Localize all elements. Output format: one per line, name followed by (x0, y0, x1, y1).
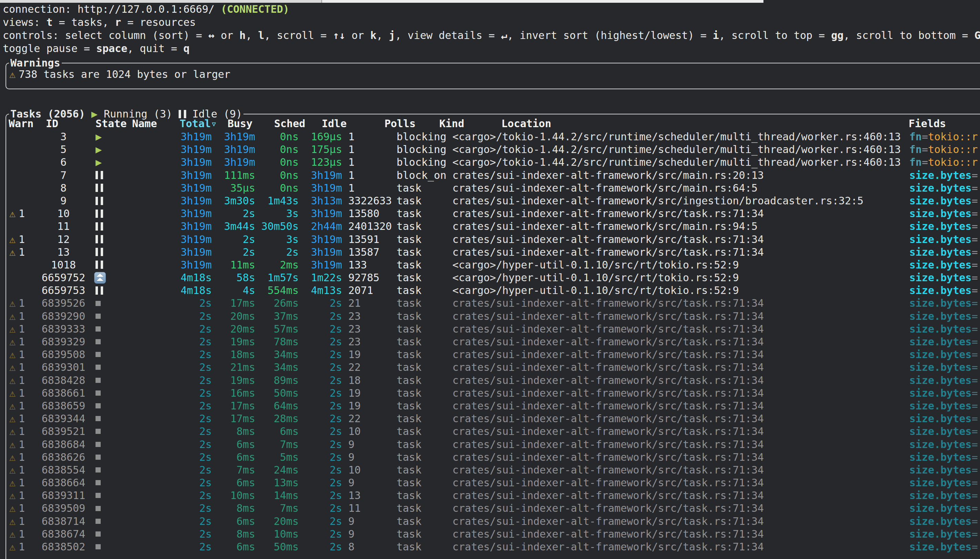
column-header-location[interactable]: Location (502, 117, 551, 130)
task-row[interactable]: ⚠168395212s8ms6ms2s10taskcrates/sui-inde… (6, 425, 980, 438)
task-row[interactable]: ⚠168386742s8ms10ms2s9taskcrates/sui-inde… (6, 528, 980, 541)
column-header-name[interactable]: Name (132, 117, 157, 130)
text-segment: , (245, 29, 258, 41)
task-row[interactable]: ⚠168386262s6ms5ms2s9taskcrates/sui-index… (6, 451, 980, 463)
cell-polls: 1 (342, 130, 397, 143)
task-row[interactable]: 66597524m18s58s1m57s1m22s92785task<cargo… (6, 271, 980, 284)
task-row[interactable]: ⚠168385542s7ms24ms2s10taskcrates/sui-ind… (6, 463, 980, 476)
column-header-idle[interactable]: Idle (322, 117, 346, 130)
text-segment: or (215, 29, 239, 41)
task-row[interactable]: 113h19m3m44s30m50s2h44m2401320taskcrates… (6, 220, 980, 233)
completed-square-icon (96, 455, 101, 460)
task-row[interactable]: ⚠168384282s19ms89ms2s18taskcrates/sui-in… (6, 374, 980, 387)
cell-busy: 6ms (212, 438, 255, 451)
task-row[interactable]: 83h19m35µs0ns3h19m1taskcrates/sui-indexe… (6, 182, 980, 194)
column-header-kind[interactable]: Kind (439, 117, 464, 130)
location-path: crates/sui-indexer-alt-framework/src/tas… (452, 528, 764, 540)
task-row[interactable]: ⚠168386592s17ms64ms2s19taskcrates/sui-in… (6, 399, 980, 412)
cell-total: 2s (132, 541, 212, 553)
task-row[interactable]: 93h19m3m30s1m43s3h13m3322633taskcrates/s… (6, 194, 980, 207)
task-row[interactable]: ⚠168393292s19ms78ms2s23taskcrates/sui-in… (6, 335, 980, 348)
cell-location: crates/sui-indexer-alt-framework/src/tas… (452, 361, 904, 374)
cell-name (111, 182, 132, 194)
cell-warn: ⚠1 (6, 412, 39, 425)
text-segment: t (46, 16, 52, 28)
cell-location: crates/sui-indexer-alt-framework/src/tas… (452, 322, 904, 335)
task-row[interactable]: ⚠168385022s6ms50ms2s8taskcrates/sui-inde… (6, 541, 980, 553)
task-row[interactable]: ⚠1123h19m2s3s3h19m13591taskcrates/sui-in… (6, 233, 980, 246)
field-key: size.bytes (909, 271, 972, 284)
cell-id: 13 (39, 246, 88, 258)
cell-kind: task (397, 310, 452, 322)
task-row[interactable]: ⚠168386642s6ms13ms2s9taskcrates/sui-inde… (6, 476, 980, 489)
task-row[interactable]: 73h19m111ms0ns3h19m1block_oncrates/sui-i… (6, 169, 980, 182)
cell-state (88, 425, 111, 438)
cell-id: 6838554 (39, 463, 88, 476)
column-header-fields[interactable]: Fields (909, 117, 946, 130)
field-equals: = (972, 182, 978, 194)
task-row[interactable]: 3▶3h19m3h19m0ns169µs1blocking<cargo>/tok… (6, 130, 980, 143)
task-row[interactable]: ⚠168393332s20ms57ms2s23taskcrates/sui-in… (6, 322, 980, 335)
field-key: size.bytes (909, 169, 972, 181)
cell-id: 6839521 (39, 425, 88, 438)
column-header-busy[interactable]: Busy (228, 117, 252, 130)
cell-sched: 64ms (255, 399, 299, 412)
task-row[interactable]: ⚠168393112s10ms14ms2s13taskcrates/sui-in… (6, 489, 980, 502)
task-row[interactable]: ⚠168395262s17ms26ms2s21taskcrates/sui-in… (6, 297, 980, 309)
task-row[interactable]: 5▶3h19m3h19m0ns175µs1blocking<cargo>/tok… (6, 143, 980, 156)
field-key: size.bytes (909, 336, 972, 348)
task-row[interactable]: 66597534m18s4s554ms4m13s2071task<cargo>/… (6, 284, 980, 297)
cell-location: crates/sui-indexer-alt-framework/src/tas… (452, 374, 904, 387)
text-segment: , invert sort (highest/lowest) = (507, 29, 713, 41)
task-row[interactable]: ⚠168393442s17ms28ms2s22taskcrates/sui-in… (6, 412, 980, 425)
column-header-state[interactable]: State (96, 117, 127, 130)
cell-state (88, 387, 111, 399)
duration-value: 2s (199, 476, 212, 489)
task-row[interactable]: ⚠168393012s21ms34ms2s22taskcrates/sui-in… (6, 361, 980, 374)
cell-kind: task (397, 182, 452, 194)
field-equals: = (972, 271, 978, 284)
cell-name (111, 502, 132, 514)
column-header-id[interactable]: ID (46, 117, 58, 130)
task-row[interactable]: ⚠168395082s18ms34ms2s19taskcrates/sui-in… (6, 348, 980, 361)
cell-total: 3h19m (132, 182, 212, 194)
warn-count: 1 (18, 399, 25, 412)
column-header-total[interactable]: Total▿ (180, 117, 217, 130)
cell-idle: 2h44m (299, 220, 342, 233)
duration-value: 2s (329, 297, 342, 309)
field-key: size.bytes (909, 438, 972, 450)
duration-value: 3h19m (224, 143, 255, 155)
task-row[interactable]: 6▶3h19m3h19m0ns123µs1blocking<cargo>/tok… (6, 156, 980, 169)
cell-warn: ⚠1 (6, 297, 39, 309)
duration-value: 8ms (237, 502, 255, 514)
cell-id: 12 (39, 233, 88, 246)
cell-idle: 2s (299, 387, 342, 399)
column-header-polls[interactable]: Polls (384, 117, 416, 130)
cell-warn: ⚠1 (6, 322, 39, 335)
location-path: crates/sui-indexer-alt-framework/src/tas… (452, 438, 764, 450)
cell-busy: 6ms (212, 451, 255, 463)
cell-busy: 3h19m (212, 156, 255, 169)
task-row[interactable]: ⚠168392902s20ms37ms2s23taskcrates/sui-in… (6, 310, 980, 322)
task-row[interactable]: ⚠168386612s16ms50ms2s19taskcrates/sui-in… (6, 387, 980, 399)
task-row[interactable]: ⚠168387142s6ms20ms2s9taskcrates/sui-inde… (6, 515, 980, 528)
field-key: size.bytes (909, 323, 972, 335)
column-header-sched[interactable]: Sched (274, 117, 305, 130)
cell-busy: 58s (212, 271, 255, 284)
duration-value: 2s (329, 374, 342, 386)
task-row[interactable]: ⚠168395092s8ms7ms2s11taskcrates/sui-inde… (6, 502, 980, 514)
cell-idle: 2s (299, 335, 342, 348)
cell-location: crates/sui-indexer-alt-framework/src/tas… (452, 489, 904, 502)
task-row[interactable]: ⚠1133h19m2s2s3h19m13587taskcrates/sui-in… (6, 246, 980, 258)
task-row[interactable]: ⚠168386842s6ms7ms2s9taskcrates/sui-index… (6, 438, 980, 451)
task-row[interactable]: 10183h19m11ms2ms3h19m133task<cargo>/hype… (6, 258, 980, 271)
field-equals: = (972, 464, 978, 476)
column-header-warn[interactable]: Warn (8, 117, 33, 130)
duration-value: 3m44s (224, 220, 255, 232)
task-row[interactable]: ⚠1103h19m2s3s3h19m13580taskcrates/sui-in… (6, 207, 980, 220)
duration-value: 58s (237, 271, 255, 284)
warn-count: 1 (18, 348, 25, 361)
cell-fields: fn=tokio::r (904, 143, 980, 156)
duration-value: 0ns (280, 182, 299, 194)
completed-square-icon (96, 301, 101, 306)
